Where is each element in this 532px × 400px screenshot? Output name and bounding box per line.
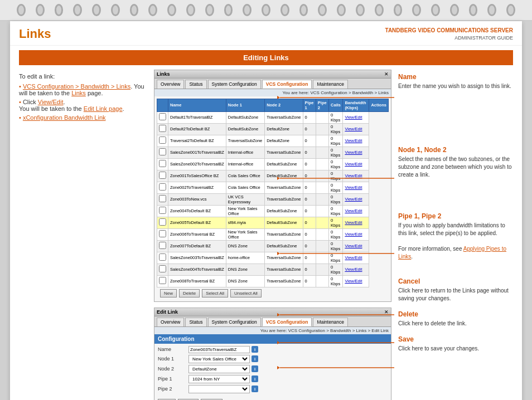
guide-label: ADMINISTRATOR GUIDE (385, 35, 513, 42)
view-edit-action[interactable]: View/Edit (345, 173, 362, 178)
row-checkbox[interactable] (159, 230, 166, 237)
node1-info-icon[interactable]: i (252, 355, 258, 362)
row-checkbox[interactable] (159, 136, 166, 144)
node2-select[interactable]: DefaultZone (188, 365, 250, 373)
tab-status-2[interactable]: Status (185, 318, 206, 326)
view-edit-action[interactable]: View/Edit (345, 185, 362, 190)
unselect-all-btn[interactable]: Unselect All (230, 289, 262, 297)
tab-overview-2[interactable]: Overview (157, 318, 184, 326)
node2-info-icon[interactable]: i (252, 365, 258, 372)
pipe1-select[interactable]: 1024 from NY (188, 375, 250, 383)
ring (55, 4, 64, 16)
row-checkbox[interactable] (159, 253, 166, 261)
view-edit-action[interactable]: View/Edit (345, 279, 362, 284)
row-checkbox[interactable] (159, 195, 166, 202)
pipe2-select[interactable] (188, 385, 250, 393)
table-cell: TraversalSubZone (265, 182, 303, 193)
vcs-config-link[interactable]: VCS Configuration > Bandwidth > Links (23, 83, 130, 90)
table-cell: View/Edit (343, 264, 369, 275)
view-edit-action[interactable]: View/Edit (345, 220, 362, 225)
table-row: Zone007ToDefault BZDNS ZoneDefaultSubZon… (157, 240, 389, 252)
applying-pipes-link[interactable]: Applying Pipes to Links (398, 246, 506, 260)
tab-vcsconfig-1[interactable]: VCS Configuration (262, 80, 312, 89)
panel-tabs-2: Overview Status System Configuration VCS… (154, 316, 391, 327)
annotation-pipe: Pipe 1, Pipe 2 If you wish to apply band… (398, 212, 513, 261)
view-edit-action[interactable]: View/Edit (345, 208, 362, 213)
ring (205, 4, 214, 16)
tab-overview-1[interactable]: Overview (157, 80, 184, 89)
table-cell: TraversalSubZone (265, 264, 303, 275)
row-checkbox[interactable] (159, 277, 166, 284)
tab-maintenance-2[interactable]: Maintenance (313, 318, 348, 326)
tab-sysconfig-2[interactable]: System Configuration (208, 318, 261, 326)
row-checkbox[interactable] (159, 172, 166, 179)
row-checkbox[interactable] (159, 113, 166, 120)
ring (186, 4, 195, 16)
page-title: Links (19, 27, 51, 41)
tab-maintenance-1[interactable]: Maintenance (313, 80, 348, 89)
ring (487, 4, 496, 16)
ring (318, 4, 327, 16)
delete-btn-1[interactable]: Delete (179, 289, 200, 297)
links-table: Name Node 1 Node 2 Pipe 1 Pipe 2 Calls B… (157, 99, 389, 287)
name-input[interactable] (188, 346, 250, 353)
view-edit-action[interactable]: View/Edit (345, 162, 362, 167)
table-cell: DefaultSubZone (265, 240, 303, 252)
xconfig-link[interactable]: xConfiguration Bandwidth Link (23, 114, 106, 121)
view-edit-action[interactable]: View/Edit (345, 267, 362, 272)
row-checkbox[interactable] (159, 125, 166, 132)
pipe2-info-icon[interactable]: i (252, 386, 258, 392)
tab-status-1[interactable]: Status (185, 80, 206, 89)
panel-title-1: Links (157, 71, 170, 77)
table-cell: DefaultSubZone (226, 111, 264, 123)
view-edit-action[interactable]: View/Edit (345, 243, 362, 248)
table-cell: 0 (303, 193, 316, 205)
pipe1-field-input: 1024 from NY i (188, 375, 388, 383)
pipe1-info-icon[interactable]: i (252, 375, 258, 382)
row-checkbox[interactable] (159, 160, 166, 167)
page-header: Links TANDBERG VIDEO COMMUNICATIONS SERV… (10, 21, 522, 46)
steps-list: VCS Configuration > Bandwidth > Links. Y… (19, 83, 147, 121)
view-edit-action[interactable]: View/Edit (345, 150, 362, 155)
table-cell: home-office (226, 252, 264, 264)
ring (92, 4, 101, 16)
view-edit-action[interactable]: View/Edit (345, 138, 362, 143)
tab-vcsconfig-2[interactable]: VCS Configuration (262, 318, 312, 326)
view-edit-action[interactable]: View/Edit (345, 115, 362, 120)
table-cell: View/Edit (343, 193, 369, 205)
row-checkbox[interactable] (159, 207, 166, 214)
table-cell: 0 Kbps (329, 217, 343, 228)
table-cell: 0 (303, 240, 316, 252)
table-cell: SalesZone003ToTraversalBZ (168, 252, 226, 264)
links-link[interactable]: Links (71, 90, 86, 96)
table-cell: DefaultZone (265, 135, 303, 147)
tab-sysconfig-1[interactable]: System Configuration (208, 80, 261, 89)
edit-link-link[interactable]: Edit Link page (84, 105, 123, 112)
row-checkbox[interactable] (159, 242, 166, 249)
node1-select[interactable]: New York Sales Office (188, 355, 250, 363)
row-checkbox[interactable] (159, 265, 166, 272)
row-checkbox[interactable] (159, 218, 166, 226)
view-edit-action[interactable]: View/Edit (345, 197, 362, 202)
new-btn[interactable]: New (160, 289, 177, 297)
row-checkbox[interactable] (159, 148, 166, 155)
table-cell: 0 (303, 228, 316, 240)
view-edit-action[interactable]: View/Edit (345, 232, 362, 237)
table-cell: TraversalSubZone (265, 193, 303, 205)
table-cell (316, 252, 328, 264)
view-edit-action[interactable]: View/Edit (345, 126, 362, 131)
table-cell: 0 (303, 264, 316, 275)
row-checkbox[interactable] (159, 183, 166, 191)
table-cell: 0 Kbps (329, 240, 343, 252)
table-cell: DefaultSubZone (226, 123, 264, 135)
table-cell (316, 240, 328, 252)
table-row: Zone002ToTraversalBZCola Sales OfficeTra… (157, 182, 389, 193)
name-info-icon[interactable]: i (252, 346, 258, 353)
select-all-btn[interactable]: Select All (202, 289, 228, 297)
node2-field-label: Node 2 (158, 366, 188, 372)
table-cell: New York Sales Office (226, 205, 264, 217)
view-edit-action[interactable]: View/Edit (345, 255, 362, 260)
editing-banner: Editing Links (19, 50, 513, 65)
pipe2-field-input: i (188, 385, 388, 393)
view-edit-link[interactable]: View/Edit (38, 99, 64, 105)
